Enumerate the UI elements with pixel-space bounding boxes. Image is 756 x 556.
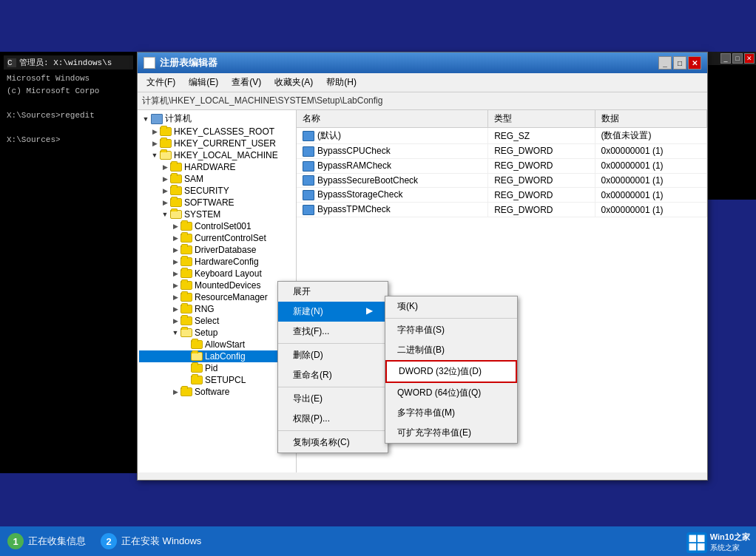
ctx-expand[interactable]: 展开 bbox=[278, 282, 388, 302]
tree-panel[interactable]: ▼ 计算机 ▶ HKEY_CLASSES_ROOT ▶ HKEY_CURRENT… bbox=[138, 110, 297, 472]
menu-edit[interactable]: 编辑(E) bbox=[183, 75, 224, 90]
reg-data-cell: 0x00000001 (1) bbox=[595, 203, 707, 217]
tree-hardware[interactable]: ▶ HARDWARE bbox=[139, 161, 294, 173]
submenu-dword[interactable]: DWORD (32位)值(D) bbox=[385, 360, 517, 383]
tree-sam[interactable]: ▶ SAM bbox=[139, 173, 294, 185]
hwconfig-toggle: ▶ bbox=[170, 258, 180, 265]
tree-resourcemgr[interactable]: ▶ ResourceManager bbox=[139, 291, 294, 303]
table-row[interactable]: BypassTPMCheckREG_DWORD0x00000001 (1) bbox=[297, 203, 707, 217]
reg-name-cell: BypassTPMCheck bbox=[297, 203, 488, 217]
submenu-expandstring[interactable]: 可扩充字符串值(E) bbox=[385, 423, 517, 443]
setup-toggle: ▼ bbox=[170, 329, 180, 336]
ctx-new[interactable]: 新建(N) ▶ bbox=[278, 302, 388, 322]
reg-name-cell: BypassCPUCheck bbox=[297, 144, 488, 159]
allowstart-icon bbox=[191, 340, 203, 349]
setupcl-icon bbox=[191, 376, 203, 384]
tree-root[interactable]: ▼ 计算机 bbox=[139, 112, 294, 126]
tree-software2[interactable]: ▶ Software bbox=[139, 386, 294, 398]
submenu-key[interactable]: 项(K) bbox=[385, 296, 517, 316]
table-row[interactable]: BypassRAMCheckREG_DWORD0x00000001 (1) bbox=[297, 158, 707, 173]
reg-name-cell: BypassSecureBootCheck bbox=[297, 173, 488, 188]
win10-badge: Win10之家 系统之家 bbox=[686, 532, 750, 553]
tree-rng[interactable]: ▶ RNG bbox=[139, 303, 294, 315]
table-row[interactable]: BypassSecureBootCheckREG_DWORD0x00000001… bbox=[297, 173, 707, 188]
tree-setupcl[interactable]: SETUPCL bbox=[139, 374, 294, 386]
svg-rect-2 bbox=[698, 535, 705, 542]
tree-hkcu[interactable]: ▶ HKEY_CURRENT_USER bbox=[139, 138, 294, 149]
status-num-2: 2 bbox=[101, 533, 117, 549]
submenu-multistring[interactable]: 多字符串值(M) bbox=[385, 403, 517, 423]
cmd-line-3 bbox=[7, 97, 130, 109]
hkcu-label: HKEY_CURRENT_USER bbox=[174, 138, 276, 149]
tree-select[interactable]: ▶ Select bbox=[139, 315, 294, 327]
hwconfig-icon bbox=[180, 257, 192, 266]
cmd2-maximize-button[interactable]: □ bbox=[732, 53, 743, 64]
driverdb-toggle: ▶ bbox=[170, 246, 180, 254]
tree-mounted[interactable]: ▶ MountedDevices bbox=[139, 279, 294, 291]
menu-favorites[interactable]: 收藏夹(A) bbox=[269, 75, 319, 90]
status-item-1: 1 正在收集信息 bbox=[7, 533, 86, 549]
cmd-line-2: (c) Microsoft Corpo bbox=[7, 85, 130, 98]
minimize-button[interactable]: _ bbox=[658, 56, 672, 70]
submenu-string[interactable]: 字符串值(S) bbox=[385, 320, 517, 340]
reg-data-cell: 0x00000001 (1) bbox=[595, 173, 707, 188]
cmd2-close-button[interactable]: ✕ bbox=[744, 53, 755, 64]
software2-toggle: ▶ bbox=[170, 388, 180, 396]
tree-hkcr[interactable]: ▶ HKEY_CLASSES_ROOT bbox=[139, 126, 294, 138]
regedit-addressbar: 计算机\HKEY_LOCAL_MACHINE\SYSTEM\Setup\LabC… bbox=[138, 92, 707, 110]
computer-icon bbox=[151, 114, 163, 124]
tree-pid[interactable]: Pid bbox=[139, 362, 294, 374]
tree-labconfig[interactable]: LabConfig bbox=[139, 350, 294, 362]
table-row[interactable]: (默认)REG_SZ(数值未设置) bbox=[297, 128, 707, 144]
ctx-export[interactable]: 导出(E) bbox=[278, 389, 388, 409]
cs001-label: ControlSet001 bbox=[195, 221, 252, 231]
maximize-button[interactable]: □ bbox=[673, 56, 686, 70]
mounted-icon bbox=[180, 281, 192, 290]
hardware-toggle: ▶ bbox=[160, 163, 170, 171]
tree-system[interactable]: ▼ SYSTEM bbox=[139, 208, 294, 220]
select-label: Select bbox=[195, 316, 219, 326]
close-button[interactable]: ✕ bbox=[688, 56, 701, 70]
select-toggle: ▶ bbox=[170, 317, 180, 325]
hklm-toggle: ▼ bbox=[149, 152, 160, 159]
tree-keyboard-layout[interactable]: ▶ Keyboard Layout bbox=[139, 268, 294, 279]
cmd2-minimize-button[interactable]: _ bbox=[720, 53, 731, 64]
menu-help[interactable]: 帮助(H) bbox=[320, 75, 362, 90]
svg-rect-4 bbox=[698, 543, 705, 550]
ctx-copy-name[interactable]: 复制项名称(C) bbox=[278, 433, 388, 452]
tree-currentcontrolset[interactable]: ▶ CurrentControlSet bbox=[139, 232, 294, 244]
ctx-permissions[interactable]: 权限(P)... bbox=[278, 409, 388, 429]
cmd-content: Microsoft Windows (c) Microsoft Corpo X:… bbox=[4, 70, 133, 149]
tree-driverdb[interactable]: ▶ DriverDatabase bbox=[139, 244, 294, 256]
ctx-delete[interactable]: 删除(D) bbox=[278, 345, 388, 365]
tree-setup[interactable]: ▼ Setup bbox=[139, 327, 294, 339]
reg-data-cell: 0x00000001 (1) bbox=[595, 158, 707, 173]
rng-icon bbox=[180, 305, 192, 313]
cmd-title: 管理员: X:\windows\s bbox=[19, 57, 112, 68]
hklm-label: HKEY_LOCAL_MACHINE bbox=[174, 150, 278, 160]
statusbar: 1 正在收集信息 2 正在安装 Windows Win10之家 系统之家 bbox=[0, 526, 756, 556]
tree-allowstart[interactable]: AllowStart bbox=[139, 339, 294, 350]
menu-view[interactable]: 查看(V) bbox=[226, 75, 267, 90]
cmd-titlebar2-buttons: _ □ ✕ bbox=[708, 52, 756, 65]
ctx-find[interactable]: 查找(F)... bbox=[278, 322, 388, 342]
table-row[interactable]: BypassStorageCheckREG_DWORD0x00000001 (1… bbox=[297, 188, 707, 203]
security-toggle: ▶ bbox=[160, 187, 170, 194]
table-row[interactable]: BypassCPUCheckREG_DWORD0x00000001 (1) bbox=[297, 144, 707, 159]
submenu-qword[interactable]: QWORD (64位)值(Q) bbox=[385, 383, 517, 403]
mounted-label: MountedDevices bbox=[195, 280, 260, 291]
menu-file[interactable]: 文件(F) bbox=[141, 75, 181, 90]
software2-icon bbox=[180, 387, 192, 396]
reg-type-cell: REG_DWORD bbox=[488, 203, 595, 217]
tree-hklm[interactable]: ▼ HKEY_LOCAL_MACHINE bbox=[139, 149, 294, 161]
setup-label: Setup bbox=[195, 328, 217, 338]
hwconfig-label: HardwareConfig bbox=[195, 257, 259, 267]
cmd-window: C 管理员: X:\windows\s Microsoft Windows (c… bbox=[0, 52, 137, 473]
ctx-rename[interactable]: 重命名(R) bbox=[278, 365, 388, 385]
reg-type-cell: REG_DWORD bbox=[488, 173, 595, 188]
submenu-binary[interactable]: 二进制值(B) bbox=[385, 340, 517, 360]
tree-controlset001[interactable]: ▶ ControlSet001 bbox=[139, 220, 294, 232]
tree-hwconfig[interactable]: ▶ HardwareConfig bbox=[139, 256, 294, 268]
tree-security[interactable]: ▶ SECURITY bbox=[139, 185, 294, 197]
tree-software[interactable]: ▶ SOFTWARE bbox=[139, 197, 294, 208]
